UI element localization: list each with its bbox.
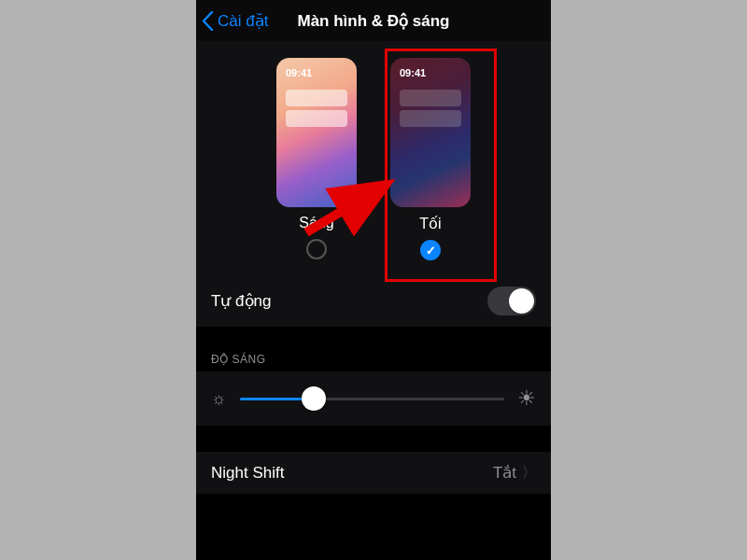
back-button[interactable]: Cài đặt: [196, 11, 268, 31]
preview-widget: [400, 90, 461, 106]
separator: [196, 426, 551, 435]
slider-thumb[interactable]: [302, 386, 326, 411]
brightness-slider[interactable]: [240, 398, 505, 400]
separator: [196, 494, 551, 503]
light-label: Sáng: [299, 215, 333, 231]
sun-small-icon: ☼: [211, 389, 227, 409]
appearance-option-light[interactable]: 09:41 Sáng: [276, 58, 357, 260]
chevron-right-icon: 〉: [522, 464, 536, 482]
automatic-label: Tự động: [211, 291, 271, 311]
automatic-row: Tự động: [196, 275, 551, 327]
radio-light[interactable]: [306, 239, 327, 259]
chevron-left-icon: [202, 11, 214, 31]
navbar: Cài đặt Màn hình & Độ sáng: [196, 0, 551, 41]
preview-light: 09:41: [276, 58, 357, 207]
night-shift-value-wrap: Tắt 〉: [493, 463, 536, 483]
dark-label: Tối: [419, 215, 441, 232]
preview-widget: [286, 90, 347, 106]
preview-widget: [400, 110, 461, 127]
preview-time: 09:41: [286, 67, 312, 78]
radio-dark[interactable]: [420, 240, 441, 260]
preview-widget: [286, 110, 347, 127]
appearance-section: 09:41 Sáng 09:41 Tối: [196, 41, 551, 275]
preview-dark: 09:41: [390, 58, 471, 207]
appearance-option-dark[interactable]: 09:41 Tối: [390, 58, 471, 260]
settings-screen: Cài đặt Màn hình & Độ sáng 09:41 Sáng 09…: [196, 0, 551, 560]
brightness-slider-row: ☼ ☀: [196, 371, 551, 426]
toggle-knob: [509, 288, 534, 314]
back-label: Cài đặt: [218, 11, 268, 31]
spacer: [196, 435, 551, 452]
separator: [196, 327, 551, 336]
night-shift-label: Night Shift: [211, 464, 284, 483]
night-shift-value: Tắt: [493, 463, 516, 483]
automatic-toggle[interactable]: [487, 287, 536, 315]
preview-time: 09:41: [400, 67, 426, 78]
sun-large-icon: ☀: [517, 386, 536, 411]
night-shift-row[interactable]: Night Shift Tắt 〉: [196, 452, 551, 494]
content: 09:41 Sáng 09:41 Tối: [196, 41, 551, 560]
brightness-header: ĐỘ SÁNG: [196, 336, 551, 371]
